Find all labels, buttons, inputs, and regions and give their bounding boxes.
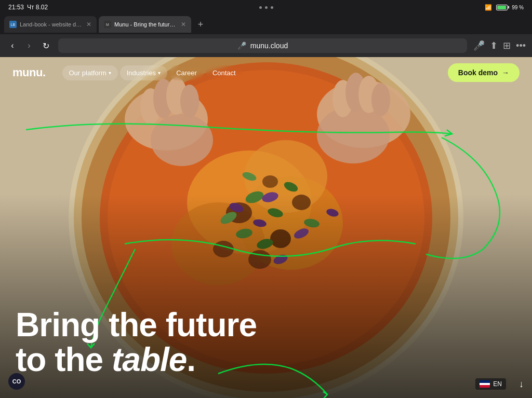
time-display: 21:53 bbox=[8, 4, 24, 11]
website-content: munu. Our platform ▾ Industries ▾ Career… bbox=[0, 57, 532, 398]
refresh-button[interactable]: ↻ bbox=[39, 39, 52, 52]
tab-landbook[interactable]: LB Land-book - website de… ✕ bbox=[4, 16, 97, 33]
nav-industries[interactable]: Industries ▾ bbox=[120, 65, 167, 80]
battery-pct-label: 99 % bbox=[512, 5, 524, 10]
hero-line2-normal: to the bbox=[16, 341, 112, 378]
book-demo-label: Book demo bbox=[458, 68, 498, 77]
dot-3 bbox=[271, 6, 273, 9]
nav-links: Our platform ▾ Industries ▾ Career Conta… bbox=[62, 65, 255, 80]
dot-2 bbox=[265, 6, 268, 9]
nav-career[interactable]: Career bbox=[169, 65, 204, 80]
book-demo-arrow-icon: → bbox=[502, 68, 509, 77]
url-text: munu.cloud bbox=[250, 42, 288, 50]
date-display: Чт 8.02 bbox=[27, 4, 48, 11]
hero-line2: to the table. bbox=[16, 342, 257, 377]
statusbar-dots bbox=[259, 6, 273, 9]
platform-chevron-icon: ▾ bbox=[109, 70, 111, 76]
statusbar-left: 21:53 Чт 8.02 bbox=[8, 4, 48, 11]
navbar: munu. Our platform ▾ Industries ▾ Career… bbox=[0, 57, 532, 88]
tabs-icon[interactable]: ⊞ bbox=[503, 40, 511, 51]
hero-headline: Bring the future to the table. bbox=[16, 308, 257, 377]
statusbar-right: 📶 99 % bbox=[485, 4, 524, 11]
battery-indicator bbox=[496, 5, 508, 10]
refresh-icon: ↻ bbox=[43, 41, 49, 51]
forward-button[interactable]: › bbox=[23, 39, 35, 52]
dot-1 bbox=[259, 6, 262, 9]
tab-bar: LB Land-book - website de… ✕ M Munu - Br… bbox=[0, 15, 532, 34]
tab-favicon-landbook: LB bbox=[9, 21, 17, 28]
svg-point-37 bbox=[180, 85, 199, 118]
browser-actions: 🎤 ⬆ ⊞ ••• bbox=[473, 40, 526, 51]
tab-close-munu[interactable]: ✕ bbox=[181, 21, 186, 28]
nav-buttons: ‹ › ↻ bbox=[6, 39, 52, 52]
forward-icon: › bbox=[28, 41, 30, 50]
flag-icon bbox=[480, 380, 490, 388]
book-demo-button[interactable]: Book demo → bbox=[448, 63, 520, 82]
tab-title-landbook: Land-book - website de… bbox=[20, 21, 82, 28]
nav-platform[interactable]: Our platform ▾ bbox=[62, 65, 118, 80]
language-code: EN bbox=[493, 380, 502, 388]
hero-text: Bring the future to the table. bbox=[16, 308, 257, 377]
hero-line2-end: . bbox=[187, 341, 195, 378]
nav-contact-label: Contact bbox=[212, 69, 236, 77]
co-badge-label: CO bbox=[12, 378, 21, 385]
status-bar: 21:53 Чт 8.02 📶 99 % bbox=[0, 0, 532, 15]
scroll-down-icon: ↓ bbox=[519, 379, 524, 389]
back-icon: ‹ bbox=[11, 41, 14, 50]
tab-close-landbook[interactable]: ✕ bbox=[86, 21, 91, 28]
nav-platform-label: Our platform bbox=[69, 69, 107, 77]
nav-industries-label: Industries bbox=[127, 69, 156, 77]
nav-contact[interactable]: Contact bbox=[206, 65, 243, 80]
hero-line2-italic: table bbox=[112, 341, 187, 378]
tab-munu[interactable]: M Munu - Bring the future… ✕ bbox=[99, 16, 191, 33]
hero-line1: Bring the future bbox=[16, 308, 257, 342]
tab-title-munu: Munu - Bring the future… bbox=[114, 21, 177, 28]
scroll-indicator[interactable]: ↓ bbox=[519, 379, 524, 390]
site-logo[interactable]: munu. bbox=[12, 66, 46, 79]
back-button[interactable]: ‹ bbox=[6, 39, 19, 52]
microphone-icon[interactable]: 🎤 bbox=[473, 40, 485, 51]
tab-favicon-munu: M bbox=[104, 21, 111, 28]
svg-point-31 bbox=[151, 114, 213, 166]
wifi-icon: 📶 bbox=[485, 4, 492, 11]
share-icon[interactable]: ⬆ bbox=[490, 40, 498, 51]
url-microphone-icon: 🎤 bbox=[237, 42, 246, 50]
language-selector[interactable]: EN bbox=[475, 378, 506, 390]
battery-fill bbox=[497, 6, 506, 9]
browser-chrome: 21:53 Чт 8.02 📶 99 % LB Land-book - webs… bbox=[0, 0, 532, 57]
industries-chevron-icon: ▾ bbox=[158, 70, 161, 76]
nav-career-label: Career bbox=[176, 69, 197, 77]
co-badge[interactable]: CO bbox=[8, 373, 25, 390]
svg-point-15 bbox=[262, 175, 278, 188]
new-tab-button[interactable]: + bbox=[193, 17, 208, 32]
address-bar: ‹ › ↻ 🎤 munu.cloud 🎤 ⬆ ⊞ ••• bbox=[0, 34, 532, 57]
more-icon[interactable]: ••• bbox=[516, 40, 526, 51]
url-bar[interactable]: 🎤 munu.cloud bbox=[58, 38, 467, 53]
